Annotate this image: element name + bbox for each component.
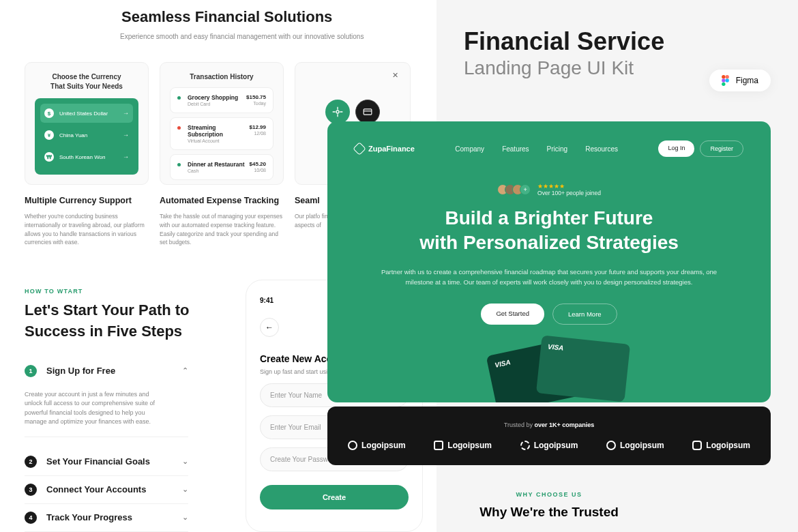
currency-item[interactable]: ¥ China Yuan → — [40, 125, 133, 145]
hero-description: Partner with us to create a comprehensiv… — [355, 267, 743, 287]
card-icon — [355, 100, 380, 124]
status-dot — [177, 163, 181, 166]
trusted-text: Trusted by over 1K+ companies — [348, 422, 750, 428]
card-title: Choose the CurrencyThat Suits Your Needs — [35, 72, 138, 91]
nav-company[interactable]: Company — [455, 145, 484, 153]
hero-section: ZupaFinance Company Features Pricing Res… — [327, 121, 771, 402]
currency-card: Choose the CurrencyThat Suits Your Needs… — [25, 62, 149, 185]
close-icon[interactable]: ✕ — [392, 71, 402, 80]
yuan-icon: ¥ — [44, 130, 54, 140]
figma-icon — [722, 75, 729, 86]
status-dot — [177, 126, 181, 130]
svg-point-6 — [725, 78, 728, 82]
partner-logo: Logoipsum — [520, 441, 578, 450]
currency-item[interactable]: ₩ South Korean Won → — [40, 147, 133, 166]
logo-icon — [520, 441, 530, 450]
section-subtitle: Experience smooth and easy financial man… — [120, 33, 412, 40]
svg-point-5 — [722, 78, 725, 82]
brand-logo[interactable]: ZupaFinance — [355, 144, 415, 153]
nav-features[interactable]: Features — [502, 145, 529, 153]
transaction-amount: $150.75 — [246, 94, 266, 100]
step-label: Track Your Progress — [46, 512, 182, 522]
transaction-sub: Virtual Account — [188, 138, 250, 143]
section-title: Seamless Financial Solutions — [121, 8, 412, 26]
logo-icon — [353, 142, 366, 156]
chevron-down-icon: ⌄ — [182, 513, 188, 522]
transaction-date: 12/08 — [250, 131, 266, 136]
get-started-button[interactable]: Get Started — [481, 304, 544, 325]
transaction-sub: Debit Card — [188, 102, 246, 106]
why-eyebrow: WHY CHOOSE US — [327, 491, 771, 498]
step-description: Create your account in just a few minute… — [25, 390, 188, 437]
step-number: 2 — [25, 456, 37, 468]
partner-logo: Logoipsum — [606, 441, 664, 450]
chevron-down-icon: ⌄ — [182, 485, 188, 494]
transaction-date: Today — [246, 101, 266, 106]
partner-logo: Logoipsum — [692, 441, 750, 450]
steps-title: Let's Start Your Path to Success in Five… — [25, 300, 216, 342]
why-title: Why We're the Trusted — [327, 505, 771, 520]
transaction-row[interactable]: Dinner at RestaurantCash $45.2010/08 — [170, 154, 274, 180]
currency-list: $ United States Dollar → ¥ China Yuan → … — [35, 98, 138, 175]
step-item[interactable]: 4Track Your Progress⌄ — [25, 504, 188, 532]
feature-title: Multiple Currency Support — [25, 196, 149, 205]
transaction-amount: $45.20 — [250, 161, 266, 167]
transaction-sub: Cash — [188, 168, 250, 173]
settings-icon — [325, 100, 350, 124]
feature-desc: Take the hassle out of managing your exp… — [160, 212, 284, 247]
step-number: 3 — [25, 484, 37, 496]
currency-name: United States Dollar — [59, 110, 123, 117]
feature-desc: Whether you're conducting business inter… — [25, 212, 149, 247]
transaction-date: 10/08 — [250, 168, 266, 173]
why-section: WHY CHOOSE US Why We're the Trusted — [327, 491, 771, 520]
register-button[interactable]: Register — [700, 141, 743, 157]
transaction-amount: $12.99 — [250, 124, 266, 130]
nav-pricing[interactable]: Pricing — [547, 145, 568, 153]
currency-name: China Yuan — [59, 132, 123, 138]
status-dot — [177, 96, 181, 100]
svg-point-7 — [722, 83, 725, 86]
back-button[interactable]: ← — [260, 318, 279, 337]
hero-title: Build a Brighter Futurewith Personalized… — [355, 206, 743, 256]
transaction-name: Streaming Subscription — [188, 124, 250, 138]
learn-more-button[interactable]: Learn More — [552, 304, 617, 325]
step-label: Connect Your Accounts — [46, 484, 182, 494]
main-title: Financial Service — [464, 27, 771, 56]
figma-label: Figma — [736, 76, 758, 85]
login-button[interactable]: Log In — [658, 141, 694, 157]
transaction-row[interactable]: Grocery ShoppingDebit Card $150.75Today — [170, 87, 274, 113]
svg-point-3 — [722, 75, 725, 78]
card-title: Transaction History — [170, 72, 274, 82]
step-item[interactable]: 3Connect Your Accounts⌄ — [25, 476, 188, 504]
trusted-section: Trusted by over 1K+ companies Logoipsum … — [327, 407, 771, 465]
transaction-row[interactable]: Streaming SubscriptionVirtual Account $1… — [170, 117, 274, 150]
figma-badge: Figma — [709, 70, 771, 91]
logo-icon — [434, 441, 443, 450]
svg-rect-1 — [364, 109, 372, 115]
logo-icon — [348, 441, 357, 450]
step-label: Sign Up for Free — [46, 366, 182, 376]
chevron-down-icon: ⌄ — [182, 457, 188, 466]
feature-title: Automated Expense Tracking — [160, 196, 284, 205]
step-item[interactable]: 2Set Your Financial Goals⌄ — [25, 448, 188, 476]
credit-card: VISA — [536, 336, 630, 402]
card-brand: VISA — [548, 343, 623, 358]
avatar-more: + — [520, 184, 531, 195]
won-icon: ₩ — [44, 152, 54, 162]
nav-resources[interactable]: Resources — [585, 145, 618, 153]
svg-point-4 — [725, 75, 728, 78]
logo-icon — [606, 441, 616, 450]
dollar-icon: $ — [44, 108, 54, 118]
brand-name: ZupaFinance — [368, 145, 415, 153]
step-number: 1 — [25, 365, 37, 377]
transaction-name: Grocery Shopping — [188, 94, 246, 101]
step-item[interactable]: 1 Sign Up for Free ⌃ — [25, 357, 188, 385]
arrow-icon: → — [123, 153, 129, 160]
logo-icon — [692, 441, 702, 450]
step-label: Set Your Financial Goals — [46, 456, 182, 467]
currency-item[interactable]: $ United States Dollar → — [40, 104, 133, 123]
arrow-icon: → — [123, 132, 129, 138]
partner-logo: Logoipsum — [434, 441, 492, 450]
star-rating: ★★★★★ — [537, 183, 601, 190]
arrow-icon: → — [123, 110, 129, 117]
